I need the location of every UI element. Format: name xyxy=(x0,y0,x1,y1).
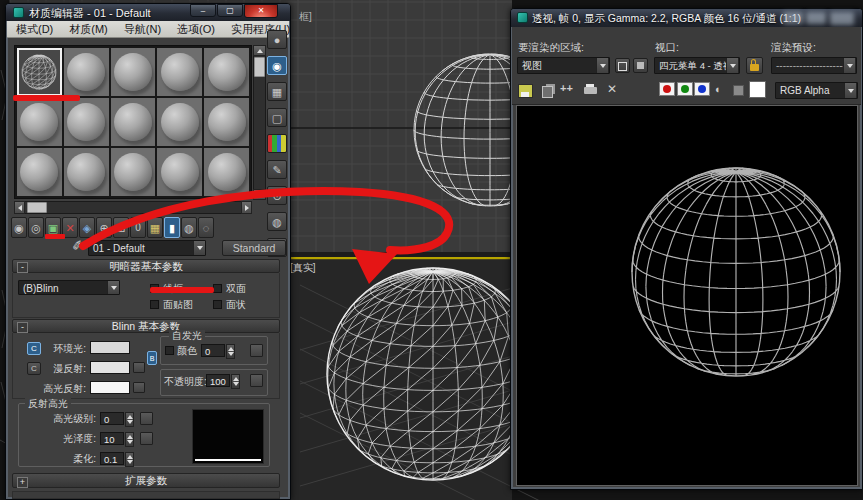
area-dropdown-arrow[interactable] xyxy=(596,58,608,73)
sample-slot[interactable] xyxy=(111,148,156,196)
opacity-spinner-arrows[interactable] xyxy=(231,374,240,389)
lock-viewport-icon[interactable] xyxy=(746,57,763,74)
rollout-blinn-basic[interactable]: Blinn 基本参数 - xyxy=(12,319,280,333)
collapse-icon[interactable]: - xyxy=(17,322,28,333)
sample-slot[interactable] xyxy=(111,98,156,146)
soften-spinner[interactable]: 0.1 xyxy=(100,452,124,465)
assign-material-to-selection-icon[interactable]: ▣ xyxy=(45,217,61,238)
maximize-button[interactable]: ▢ xyxy=(217,4,243,17)
close-button[interactable]: ✕ xyxy=(244,4,278,18)
glossiness-spinner[interactable]: 10 xyxy=(100,432,124,445)
green-channel-button[interactable] xyxy=(677,82,693,96)
sample-ui-options-icon[interactable]: ▢ xyxy=(267,108,287,127)
two-sided-checkbox[interactable] xyxy=(213,284,222,293)
close-button-blurred[interactable] xyxy=(830,12,854,25)
specular-level-map-button[interactable] xyxy=(140,412,153,425)
specular-level-arrows[interactable] xyxy=(125,412,134,427)
hscroll-thumb[interactable] xyxy=(27,202,47,213)
copy-image-icon[interactable] xyxy=(542,86,553,98)
pick-material-eyedropper-icon[interactable]: ✐ xyxy=(71,237,84,254)
channel-dropdown-arrow[interactable] xyxy=(844,83,856,98)
rollout-shader-basic[interactable]: 明暗器基本参数 - xyxy=(12,259,280,273)
specular-level-spinner[interactable]: 0 xyxy=(100,412,124,425)
faceted-checkbox[interactable] xyxy=(213,300,222,309)
maximize-button-blurred[interactable] xyxy=(806,12,826,24)
sample-slot[interactable] xyxy=(111,48,156,96)
ambient-color-swatch[interactable] xyxy=(90,341,130,354)
sample-slot[interactable] xyxy=(204,48,249,96)
menu-options[interactable]: 选项(O) xyxy=(177,22,215,37)
vscroll-thumb[interactable] xyxy=(254,57,265,77)
go-forward-sibling-icon[interactable]: ◌ xyxy=(198,217,214,238)
menu-navigation[interactable]: 导航(N) xyxy=(124,22,161,37)
sample-slot[interactable] xyxy=(64,98,109,146)
minimize-button[interactable]: ‒ xyxy=(190,4,216,17)
red-channel-button[interactable] xyxy=(659,82,675,96)
edit-region-button[interactable] xyxy=(615,58,630,73)
menu-material[interactable]: 材质(M) xyxy=(69,22,108,37)
sample-hscrollbar[interactable] xyxy=(14,201,252,214)
material-name-dropdown-arrow[interactable] xyxy=(193,241,205,255)
shader-dropdown-arrow[interactable] xyxy=(107,281,119,294)
expand-icon[interactable]: + xyxy=(17,477,28,488)
face-map-checkbox[interactable] xyxy=(150,300,159,309)
scroll-down-button[interactable] xyxy=(253,189,266,200)
sample-slot[interactable] xyxy=(157,48,202,96)
collapse-icon[interactable]: - xyxy=(17,262,28,273)
sample-slot[interactable] xyxy=(157,98,202,146)
color-swatch[interactable] xyxy=(749,81,766,98)
show-map-in-viewport-icon[interactable]: ▦ xyxy=(147,217,163,238)
specular-color-swatch[interactable] xyxy=(90,381,130,394)
go-to-parent-icon[interactable]: ◍ xyxy=(181,217,197,238)
clone-rendered-frame-icon[interactable]: ++ xyxy=(560,82,573,94)
make-preview-icon[interactable]: ✎ xyxy=(267,160,287,179)
self-illum-color-checkbox[interactable] xyxy=(165,346,174,355)
sample-slot[interactable] xyxy=(157,148,202,196)
scroll-up-button[interactable] xyxy=(253,45,266,56)
save-image-icon[interactable] xyxy=(518,84,533,98)
sample-slot[interactable] xyxy=(64,48,109,96)
video-color-check-icon[interactable] xyxy=(267,134,287,153)
viewport-dropdown-arrow[interactable] xyxy=(726,58,738,73)
monochrome-icon[interactable]: ◐ xyxy=(715,83,722,95)
self-illum-spinner-arrows[interactable] xyxy=(226,344,235,359)
put-to-library-icon[interactable]: ⊞ xyxy=(113,217,129,238)
background-checker-icon[interactable]: ▦ xyxy=(267,82,287,101)
self-illum-spinner[interactable]: 0 xyxy=(201,344,225,357)
sample-slot[interactable] xyxy=(64,148,109,196)
material-type-button[interactable]: Standard xyxy=(222,240,286,256)
select-by-material-icon[interactable]: ◍ xyxy=(267,212,287,231)
backlight-icon[interactable]: ◉ xyxy=(267,56,287,75)
options-icon[interactable]: ⊙ xyxy=(267,186,287,205)
diffuse-color-swatch[interactable] xyxy=(90,361,130,374)
clear-image-icon[interactable]: ✕ xyxy=(607,82,617,96)
minimize-button-blurred[interactable] xyxy=(783,12,803,24)
opacity-map-button[interactable] xyxy=(250,374,263,387)
sample-slot[interactable] xyxy=(17,148,62,196)
alpha-channel-icon[interactable] xyxy=(733,85,744,96)
specular-map-button[interactable] xyxy=(133,382,145,393)
make-unique-icon[interactable]: ⊕ xyxy=(96,217,112,238)
material-id-channel-icon[interactable]: 0 xyxy=(130,217,146,238)
material-name-dropdown[interactable]: 01 - Default xyxy=(88,240,206,256)
blue-channel-button[interactable] xyxy=(694,82,710,96)
scroll-left-button[interactable] xyxy=(14,201,25,214)
put-material-to-scene-icon[interactable]: ◎ xyxy=(28,217,44,238)
glossiness-arrows[interactable] xyxy=(125,432,134,447)
self-illum-map-button[interactable] xyxy=(250,344,263,357)
auto-region-button[interactable] xyxy=(633,58,648,73)
sample-type-sphere-icon[interactable]: ● xyxy=(267,30,287,49)
diffuse-map-button[interactable] xyxy=(133,362,145,373)
shader-type-dropdown[interactable]: (B)Blinn xyxy=(18,280,120,295)
preset-dropdown-arrow[interactable] xyxy=(843,58,855,73)
make-material-copy-icon[interactable]: ◈ xyxy=(79,217,95,238)
rollout-extended-params[interactable]: 扩展参数 + xyxy=(12,473,280,488)
menu-mode[interactable]: 模式(D) xyxy=(16,22,53,37)
sample-slot[interactable] xyxy=(204,148,249,196)
get-material-icon[interactable]: ◉ xyxy=(11,217,27,238)
print-image-icon[interactable] xyxy=(584,87,597,94)
soften-arrows[interactable] xyxy=(125,452,134,467)
opacity-spinner[interactable]: 100 xyxy=(206,374,230,387)
scroll-right-button[interactable] xyxy=(241,201,252,214)
sample-slot[interactable] xyxy=(17,98,62,146)
